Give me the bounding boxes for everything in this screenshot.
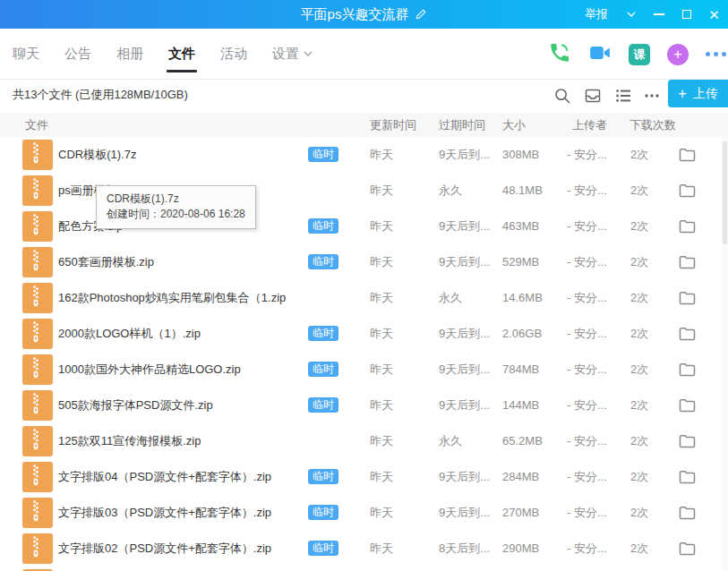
zip-file-icon [22,247,53,277]
window-controls: 举报 ✕ [585,0,728,29]
tab-label: 设置 [272,46,299,63]
folder-action-button[interactable] [679,362,696,377]
file-expiry: 9天后到... [439,388,490,423]
zip-file-icon [22,462,53,492]
file-downloads: 2次 [630,352,648,388]
file-updated: 昨天 [370,173,393,209]
temp-badge: 临时 [308,254,338,269]
tab-announcement[interactable]: 公告 [52,29,104,79]
table-row[interactable]: 文字排版03（PSD源文件+配套字体）.zip 临时 昨天 9天后到... 27… [0,495,728,531]
temp-badge: 临时 [308,505,338,520]
file-uploader: - 安分... [567,209,607,244]
tab-label: 文件 [168,46,195,63]
file-uploader: - 安分... [567,280,607,316]
folder-action-button[interactable] [679,326,696,341]
tab-settings[interactable]: 设置 [260,29,325,79]
video-call-button[interactable] [588,41,612,68]
table-row[interactable]: 文字排版04（PSD源文件+配套字体）.zip 临时 昨天 9天后到... 28… [0,459,728,495]
table-row[interactable]: 文字排版02（PSD源文件+配套字体）.zip 临时 昨天 8天后到... 29… [0,531,728,567]
more-actions-button[interactable] [642,86,662,106]
folder-action-button[interactable] [679,147,696,162]
file-name[interactable]: 162款Photoshop炒鸡实用笔刷包集合（1.zip [58,280,286,316]
file-downloads: 2次 [630,495,648,531]
file-count-summary: 共13个文件 (已使用128MB/10GB) [13,80,188,113]
close-icon: ✕ [708,8,720,21]
maximize-button[interactable] [672,0,700,29]
group-title: 平面ps兴趣交流群 [301,6,409,23]
voice-call-button[interactable] [548,41,571,68]
file-downloads: 2次 [630,316,648,352]
zip-file-icon [22,390,53,421]
folder-action-button[interactable] [679,218,696,234]
folder-action-button[interactable] [679,290,696,305]
file-uploader: - 安分... [567,459,607,495]
search-button[interactable] [552,86,572,106]
folder-action-button[interactable] [679,433,696,448]
add-app-button[interactable]: + [667,44,689,65]
tab-files[interactable]: 文件 [156,29,208,79]
table-row[interactable]: 125款双11宣传海报模板.zip 昨天 永久 65.2MB - 安分... 2… [0,423,728,459]
report-button[interactable]: 举报 [585,6,608,22]
file-downloads: 2次 [630,209,648,244]
folder-action-button[interactable] [679,541,696,556]
file-name[interactable]: 文字排版03（PSD源文件+配套字体）.zip [58,495,271,531]
zip-file-icon [22,211,53,242]
column-file: 文件 [25,113,48,137]
more-apps-button[interactable] [706,52,726,56]
folder-action-button[interactable] [679,254,696,269]
tab-album[interactable]: 相册 [104,29,156,79]
file-uploader: - 安分... [567,137,607,173]
folder-action-button[interactable] [679,469,696,484]
file-size: 784MB [502,352,539,388]
file-updated: 昨天 [370,531,393,567]
class-badge-icon: 课 [634,47,646,63]
tab-chat[interactable]: 聊天 [13,29,52,79]
file-name[interactable]: 650套画册模板.zip [58,244,154,280]
search-icon [553,87,571,105]
tab-activity[interactable]: 活动 [208,29,260,79]
file-uploader: - 安分... [567,495,607,531]
temp-badge: 临时 [308,541,338,556]
table-row[interactable]: 650套画册模板.zip 临时 昨天 9天后到... 529MB - 安分...… [0,244,728,280]
table-row[interactable]: 162款Photoshop炒鸡实用笔刷包集合（1.zip 昨天 永久 14.6M… [0,280,728,316]
file-expiry: 9天后到... [439,316,490,352]
file-name[interactable]: 1000款国外大神作品精选LOGO.zip [58,352,241,388]
title-bar: 平面ps兴趣交流群 举报 ✕ [0,0,728,29]
class-app-button[interactable]: 课 [629,44,650,65]
tab-label: 相册 [116,46,143,63]
file-downloads: 2次 [630,531,648,567]
table-row[interactable]: 2000款LOGO样机（1）.zip 临时 昨天 9天后到... 2.06GB … [0,316,728,352]
table-row[interactable]: 临时 [0,567,728,571]
file-name[interactable]: 505款海报字体PSD源文件.zip [58,388,213,423]
phone-icon [548,41,571,64]
close-button[interactable]: ✕ [700,0,728,29]
folder-action-button[interactable] [679,505,696,520]
table-row[interactable]: 1000款国外大神作品精选LOGO.zip 临时 昨天 9天后到... 784M… [0,352,728,388]
inbox-button[interactable] [583,86,603,106]
upload-button[interactable]: + 上传 [668,80,728,107]
file-name[interactable]: 文字排版02（PSD源文件+配套字体）.zip [58,531,271,567]
scrollbar-track[interactable] [722,137,728,571]
file-name[interactable]: 125款双11宣传海报模板.zip [58,423,201,459]
file-name[interactable]: CDR模板(1).7z [58,137,136,173]
folder-action-button[interactable] [679,183,696,198]
temp-badge: 临时 [308,147,338,162]
table-row[interactable]: 505款海报字体PSD源文件.zip 临时 昨天 9天后到... 144MB -… [0,388,728,423]
file-name[interactable]: 2000款LOGO样机（1）.zip [58,316,201,352]
file-expiry: 9天后到... [439,137,490,173]
file-toolbar: 共13个文件 (已使用128MB/10GB) [0,80,728,113]
maximize-icon [682,10,691,19]
table-row[interactable]: CDR模板(1).7z 临时 昨天 9天后到... 308MB - 安分... … [0,137,728,173]
edit-title-icon[interactable] [415,8,427,21]
file-downloads: 2次 [630,459,648,495]
file-name[interactable]: 文字排版04（PSD源文件+配套字体）.zip [58,459,271,495]
folder-icon [679,326,696,341]
file-updated: 昨天 [370,316,393,352]
tab-label: 聊天 [13,46,39,63]
folder-action-button[interactable] [679,397,696,413]
report-chevron-down-icon[interactable] [617,0,645,29]
scrollbar-thumb[interactable] [723,141,727,244]
list-view-button[interactable] [613,86,633,106]
tab-label: 活动 [220,46,247,63]
minimize-button[interactable] [645,0,672,29]
